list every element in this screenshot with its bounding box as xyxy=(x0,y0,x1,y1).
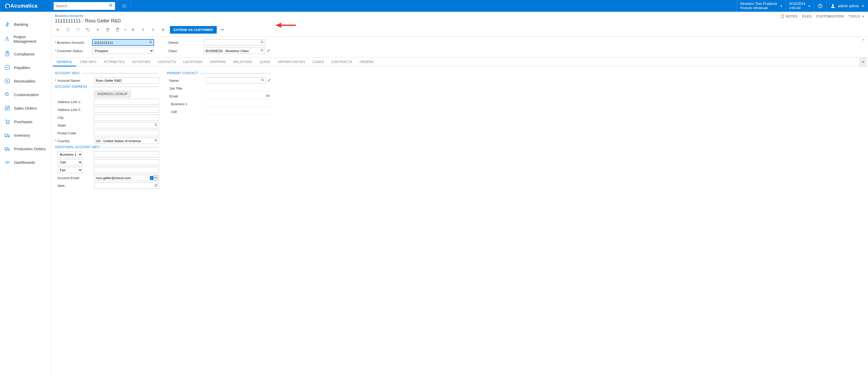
delete-button[interactable] xyxy=(103,26,112,34)
sidebar-item-label: Customization xyxy=(14,92,39,97)
phone3-input[interactable] xyxy=(94,167,159,173)
sidebar-item-dashboards[interactable]: Dashboards xyxy=(0,155,51,169)
pc-cell-input[interactable] xyxy=(206,109,271,115)
tools-button[interactable]: TOOLS▼ xyxy=(848,14,864,18)
svg-point-30 xyxy=(150,41,151,43)
mail-icon[interactable] xyxy=(266,94,270,98)
lookup-icon[interactable] xyxy=(154,139,158,143)
tab-cases[interactable]: CASES xyxy=(309,58,328,66)
tab-orders[interactable]: ORDERS xyxy=(356,58,377,66)
undo-button[interactable] xyxy=(84,26,92,34)
back-button[interactable] xyxy=(54,26,63,34)
owner-input[interactable] xyxy=(204,39,265,46)
customization-button[interactable]: CUSTOMIZATION xyxy=(816,14,844,18)
brand-logo[interactable]: Acumatica xyxy=(0,0,51,12)
tab-contracts[interactable]: CONTRACTS xyxy=(328,58,356,66)
help-button[interactable] xyxy=(814,0,826,12)
phone2-type-select[interactable]: Cell xyxy=(58,159,83,165)
phone2-input[interactable] xyxy=(94,159,159,165)
tab-crm-info[interactable]: CRM INFO xyxy=(76,58,100,66)
phone1-type-select[interactable]: Business 1 xyxy=(58,151,83,157)
more-actions-button[interactable] xyxy=(218,26,227,34)
date-value: 9/16/2024 xyxy=(789,2,805,6)
customer-status-select[interactable]: Prospect xyxy=(92,48,154,54)
business-account-input[interactable] xyxy=(92,39,154,46)
sidebar-item-payables[interactable]: Payables xyxy=(0,61,51,74)
tab-contacts[interactable]: CONTACTS xyxy=(154,58,180,66)
sidebar-item-sales-orders[interactable]: Sales Orders xyxy=(0,101,51,115)
sidebar-item-banking[interactable]: Banking xyxy=(0,18,51,31)
web-input[interactable] xyxy=(94,182,159,189)
class-input[interactable] xyxy=(204,48,265,54)
phone1-input[interactable] xyxy=(94,151,159,157)
next-record-button[interactable] xyxy=(149,26,157,34)
tab-shipping[interactable]: SHIPPING xyxy=(206,58,229,66)
tab-relations[interactable]: RELATIONS xyxy=(229,58,256,66)
external-link-icon[interactable] xyxy=(154,183,158,188)
tab-opportunities[interactable]: OPPORTUNITIES xyxy=(274,58,309,66)
lookup-icon[interactable] xyxy=(260,49,264,53)
email-validated-icon[interactable]: ✓✉ xyxy=(150,175,158,180)
search-input[interactable] xyxy=(56,4,109,8)
pc-biz1-input[interactable] xyxy=(206,101,271,107)
recent-button[interactable] xyxy=(117,0,131,12)
lookup-icon[interactable] xyxy=(260,40,264,45)
clipboard-dropdown[interactable] xyxy=(123,26,128,34)
help-icon xyxy=(817,3,823,8)
save-close-button[interactable] xyxy=(74,26,83,34)
business-date[interactable]: 9/16/2024 4:59 AM ▼ xyxy=(786,0,814,12)
save-button[interactable] xyxy=(64,26,72,34)
pencil-icon[interactable] xyxy=(267,78,271,83)
addr2-input[interactable] xyxy=(94,107,159,113)
section-account-info: ACCOUNT INFO xyxy=(55,71,80,75)
pencil-icon[interactable] xyxy=(267,49,270,53)
extend-as-customer-button[interactable]: EXTEND AS CUSTOMER xyxy=(170,26,217,34)
tab-activities[interactable]: ACTIVITIES xyxy=(128,58,154,66)
files-button[interactable]: FILES xyxy=(802,14,811,18)
tabs-overflow-button[interactable] xyxy=(859,58,866,66)
search-box[interactable] xyxy=(54,2,115,10)
last-record-button[interactable] xyxy=(158,26,167,34)
clipboard-button[interactable] xyxy=(113,26,122,34)
breadcrumb[interactable]: Business Accounts xyxy=(55,14,780,18)
first-record-button[interactable] xyxy=(129,26,137,34)
sidebar-item-compliance[interactable]: Compliance xyxy=(0,47,51,61)
account-email-input[interactable] xyxy=(94,175,159,181)
add-button[interactable] xyxy=(93,26,102,34)
sidebar-item-receivables[interactable]: Receivables xyxy=(0,74,51,88)
sidebar-item-project-management[interactable]: Project Management xyxy=(0,31,51,47)
tab-general[interactable]: GENERAL xyxy=(53,58,76,66)
business-account-label: Business Account: xyxy=(57,40,92,45)
sidebar-item-customization[interactable]: Customization xyxy=(0,88,51,101)
edit-square-icon xyxy=(4,105,10,111)
user-menu[interactable]: admin admin ▼ xyxy=(826,0,868,12)
notes-button[interactable]: NOTES xyxy=(780,14,798,18)
city-input[interactable] xyxy=(94,114,159,121)
tab-leads[interactable]: LEADS xyxy=(256,58,274,66)
lookup-icon[interactable] xyxy=(261,78,265,83)
tenant-selector[interactable]: Revision Two Products Products Wholesale… xyxy=(737,0,786,12)
tab-locations[interactable]: LOCATIONS xyxy=(180,58,206,66)
sidebar-item-label: Purchases xyxy=(14,119,33,124)
pc-name-input[interactable] xyxy=(206,77,266,84)
phone3-type-select[interactable]: Fax xyxy=(58,167,83,173)
country-input[interactable] xyxy=(94,138,159,144)
form-summary: * Business Account: * Customer Status: xyxy=(51,36,868,58)
lookup-icon[interactable] xyxy=(154,123,158,127)
pc-job-input[interactable] xyxy=(206,85,271,91)
tab-attributes[interactable]: ATTRIBUTES xyxy=(100,58,128,66)
prev-record-button[interactable] xyxy=(139,26,148,34)
address-lookup-button[interactable]: ADDRESS LOOKUP xyxy=(94,91,131,97)
account-name-input[interactable] xyxy=(94,77,159,84)
addr1-input[interactable] xyxy=(94,99,159,105)
state-input[interactable] xyxy=(94,122,159,128)
sidebar-item-inventory[interactable]: Inventory xyxy=(0,128,51,142)
sidebar-item-production-orders[interactable]: Production Orders xyxy=(0,142,51,155)
collapse-summary-button[interactable] xyxy=(862,38,865,42)
sidebar-item-purchases[interactable]: Purchases xyxy=(0,115,51,128)
pc-email-input[interactable] xyxy=(206,93,271,99)
postal-input[interactable] xyxy=(94,130,159,136)
lookup-icon[interactable] xyxy=(149,40,152,45)
time-value: 4:59 AM xyxy=(789,6,805,10)
search-icon[interactable] xyxy=(109,3,113,8)
